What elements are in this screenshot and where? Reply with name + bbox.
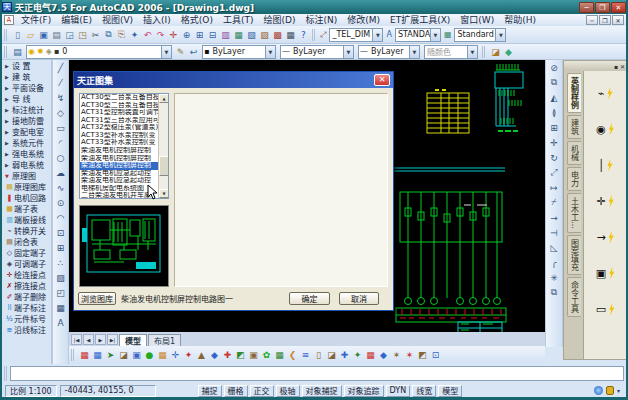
telec-tool-icon[interactable]: ◆ (208, 348, 221, 362)
palette-tab[interactable]: 图案填充 (567, 235, 581, 275)
copy-icon[interactable]: ⧉ (102, 28, 115, 42)
designcenter-icon[interactable]: ▦ (232, 28, 245, 42)
atlas-list-item[interactable]: ACT30型二台泵互备自投 (80, 102, 158, 110)
telec-tool-icon[interactable]: ➤ (104, 348, 117, 362)
layer-match-icon[interactable]: ◆ (502, 45, 515, 59)
screen-menu-item[interactable]: ▶平面设备 (4, 82, 51, 93)
scale-icon[interactable]: ⤢ (547, 165, 562, 180)
telec-tool-icon[interactable]: ◪ (325, 348, 338, 362)
ok-button[interactable]: 确定 (289, 292, 330, 305)
screen-menu-item[interactable]: ≡沿线标注 (4, 324, 51, 335)
hatch-icon[interactable]: ▨ (53, 270, 68, 285)
telec-tool-icon[interactable]: ◪ (117, 348, 130, 362)
toggle-对象追踪[interactable]: 对象追踪 (344, 385, 384, 397)
telec-tool-icon[interactable]: ✦ (182, 348, 195, 362)
chevron-down-icon[interactable]: ▼ (495, 29, 505, 41)
dialog-close-button[interactable]: ✕ (374, 74, 390, 86)
screen-menu-item[interactable]: ▶弱电系统 (4, 159, 51, 170)
coordinates-display[interactable]: -40443, 40155, 0 (60, 385, 156, 397)
atlas-list-item[interactable]: ACT30型二台泵互备自投 (80, 94, 158, 102)
screen-menu-item[interactable]: ▶导 线 (4, 93, 51, 104)
table-icon[interactable]: ▦ (53, 300, 68, 315)
atlas-list-item[interactable]: 柴油发电机控制屏控制 (80, 162, 158, 170)
tab-nav-button[interactable]: ◀ (83, 334, 94, 345)
screen-menu-item[interactable]: ◈可调端子 (4, 258, 51, 269)
telec-tool-icon[interactable]: ≡ (299, 348, 312, 362)
linetype-combo[interactable]: —ByLayer▼ (280, 45, 354, 59)
mdi-restore-button[interactable]: ❐ (599, 15, 611, 25)
chevron-down-icon[interactable]: ▼ (467, 46, 477, 58)
ellipse-icon[interactable]: ⊙ (53, 195, 68, 210)
atlas-list-item[interactable]: ACT33型补水泵控制(变 (80, 132, 158, 140)
toolbar-grip[interactable] (71, 349, 76, 361)
telec-tool-icon[interactable]: ✦ (351, 348, 364, 362)
model-space-button[interactable]: 模型 (438, 385, 462, 397)
new-icon[interactable]: ▯ (11, 28, 24, 42)
screen-menu-item[interactable]: ▦端子表 (4, 203, 51, 214)
palette-tab-active[interactable]: 英制样例 (567, 73, 581, 113)
copy-object-icon[interactable]: ⧉ (547, 75, 562, 90)
atlas-list-item[interactable]: ACT32型稳压泵(管道泵) (80, 124, 158, 132)
browse-library-button[interactable]: 浏览图库 (78, 292, 116, 305)
menu-item[interactable]: 标注(N) (300, 15, 342, 25)
fillet-icon[interactable]: ╭ (547, 255, 562, 270)
telec-tool-icon[interactable]: ◆ (377, 348, 390, 362)
undo-icon[interactable]: ↶ (141, 28, 154, 42)
menu-item[interactable]: 插入(I) (138, 15, 176, 25)
atlas-list-item[interactable]: 柴油发电机控制屏控制 (80, 155, 158, 163)
scroll-up-icon[interactable]: ▲ (159, 94, 169, 103)
menu-item[interactable]: 工具(T) (218, 15, 259, 25)
chevron-down-icon[interactable]: ▼ (409, 46, 419, 58)
toggle-线宽[interactable]: 线宽 (412, 385, 436, 397)
screen-menu-item[interactable]: ▤闭合表 (4, 236, 51, 247)
help-icon[interactable]: ? (297, 28, 310, 42)
screen-menu-item[interactable]: ½元件标号 (4, 313, 51, 324)
chamfer-icon[interactable]: ◺ (547, 240, 562, 255)
palette-tab[interactable]: 机械 (567, 141, 581, 165)
text-style-combo[interactable]: STANDARD▼ (395, 28, 441, 42)
erase-icon[interactable]: ⊘ (547, 60, 562, 75)
drawing-file-icon[interactable]: A (4, 15, 14, 25)
zoom-previous-icon[interactable]: ⊟ (206, 28, 219, 42)
text-icon[interactable]: A (53, 315, 68, 330)
publish-icon[interactable]: ◳ (76, 28, 89, 42)
color-combo[interactable]: ▪ByLayer▼ (202, 45, 276, 59)
maximize-button[interactable]: ❐ (595, 2, 610, 13)
screen-menu-item[interactable]: ▶变配电室 (4, 126, 51, 137)
menu-item[interactable]: 修改(M) (342, 15, 385, 25)
communication-center-icon[interactable] (594, 386, 603, 395)
stretch-icon[interactable]: ↦ (547, 180, 562, 195)
table-style-icon[interactable]: ▦ (444, 30, 452, 39)
telec-tool-icon[interactable]: ▦ (78, 348, 91, 362)
palette-close-icon[interactable]: ✕ (620, 63, 625, 70)
scrollbar-thumb[interactable] (159, 156, 169, 176)
tool-palettes-icon[interactable]: ▧ (245, 28, 258, 42)
atlas-preview-thumbnail[interactable] (79, 205, 169, 287)
screen-menu-item[interactable]: ▥端板接线 (4, 214, 51, 225)
make-object-layer-current-icon[interactable]: ✎ (174, 45, 187, 59)
toolbar-lock-icon[interactable] (606, 386, 614, 395)
break-icon[interactable]: ⊣ (547, 225, 562, 240)
explode-icon[interactable]: ✳ (547, 270, 562, 285)
toolbar-grip[interactable] (4, 29, 9, 41)
toggle-极轴[interactable]: 极轴 (276, 385, 300, 397)
palette-tab[interactable]: 命令工具 (567, 277, 581, 317)
properties-icon[interactable]: ▥ (219, 28, 232, 42)
telec-tool-icon[interactable]: ▯ (312, 348, 325, 362)
menu-item[interactable]: 帮助(H) (499, 15, 541, 25)
atlas-list-item[interactable]: 柴油发电机控制屏控制 (80, 147, 158, 155)
screen-menu-item[interactable]: ⠿端子标注 (4, 302, 51, 313)
tab-nav-button[interactable]: ▶ (95, 334, 106, 345)
menu-item[interactable]: 格式(O) (176, 15, 218, 25)
telec-tool-icon[interactable]: ✶ (403, 348, 416, 362)
telec-tool-icon[interactable]: ▲ (195, 348, 208, 362)
electrical-symbol-item[interactable]: ◉ (596, 111, 615, 147)
tab-nav-button[interactable]: ▶| (107, 334, 118, 345)
telec-tool-icon[interactable]: ▣ (130, 348, 143, 362)
telec-tool-icon[interactable]: ✛ (169, 348, 182, 362)
close-button[interactable]: ✕ (611, 2, 626, 13)
telec-tool-icon[interactable]: ▦ (91, 348, 104, 362)
telec-tool-icon[interactable]: ❮ (286, 348, 299, 362)
toolbar-grip[interactable] (482, 46, 487, 58)
telec-tool-icon[interactable]: ✶ (390, 348, 403, 362)
